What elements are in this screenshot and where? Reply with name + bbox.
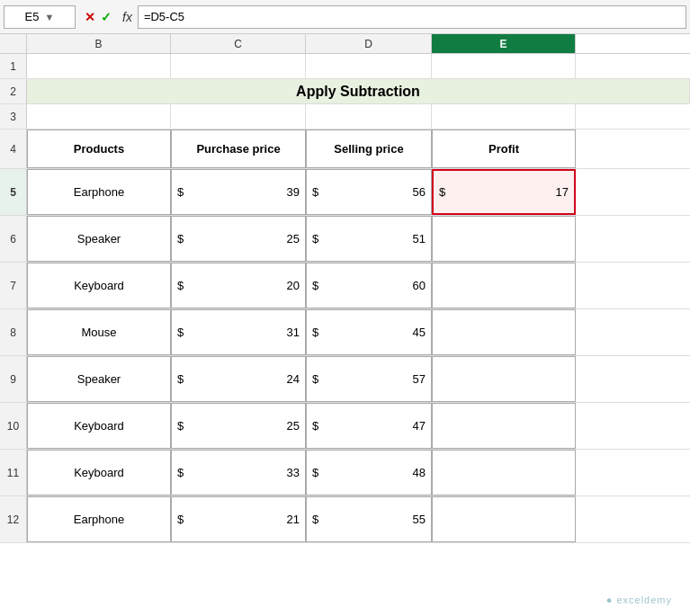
cell-b9[interactable]: Speaker [27, 356, 171, 402]
cell-c6[interactable]: $ 25 [171, 216, 306, 262]
cell-b1[interactable] [27, 54, 171, 78]
cell-d1[interactable] [306, 54, 432, 78]
cell-b6[interactable]: Speaker [27, 216, 171, 262]
row-num-9: 9 [0, 356, 27, 402]
cancel-icon[interactable]: ✕ [85, 10, 95, 24]
cell-e12[interactable] [432, 496, 576, 542]
formula-bar: E5 ▼ ✕ ✓ fx [0, 0, 690, 34]
cell-e1[interactable] [432, 54, 576, 78]
row-2: 2 Apply Subtraction [0, 79, 690, 104]
row-1: 1 [0, 54, 690, 79]
watermark-text: ● exceldemy [606, 594, 672, 605]
row-7: 7 Keyboard $ 20 $ 60 [0, 263, 690, 309]
row-num-6: 6 [0, 216, 27, 262]
col-header-e[interactable]: E [432, 34, 576, 53]
header-products[interactable]: Products [27, 129, 171, 168]
cell-e3[interactable] [432, 104, 576, 129]
cell-c8[interactable]: $ 31 [171, 309, 306, 355]
row-5: 5 Earphone $ 39 $ 56 $ 17 [0, 169, 690, 216]
row-num-1: 1 [0, 54, 27, 78]
fx-label: fx [117, 10, 138, 24]
cell-e10[interactable] [432, 403, 576, 449]
title-text: Apply Subtraction [296, 84, 420, 100]
spreadsheet: B C D E 1 2 Apply Subtraction 3 [0, 34, 690, 616]
cell-e5[interactable]: $ 17 [432, 169, 576, 215]
row-6: 6 Speaker $ 25 $ 51 [0, 216, 690, 263]
header-purchase-price[interactable]: Purchase price [171, 129, 306, 168]
row-num-4: 4 [0, 129, 27, 168]
row-9: 9 Speaker $ 24 $ 57 [0, 356, 690, 403]
col-header-d[interactable]: D [306, 34, 432, 53]
cell-b11[interactable]: Keyboard [27, 450, 171, 495]
cell-b7[interactable]: Keyboard [27, 263, 171, 308]
cell-c5[interactable]: $ 39 [171, 169, 306, 215]
cell-e8[interactable] [432, 309, 576, 355]
cell-d6[interactable]: $ 51 [306, 216, 432, 262]
cell-reference-value: E5 [25, 10, 40, 23]
row-num-12: 12 [0, 496, 27, 542]
header-profit[interactable]: Profit [432, 129, 576, 168]
rows-area: 1 2 Apply Subtraction 3 4 Products [0, 54, 690, 616]
cell-c10[interactable]: $ 25 [171, 403, 306, 449]
cell-d7[interactable]: $ 60 [306, 263, 432, 308]
cell-b12[interactable]: Earphone [27, 496, 171, 542]
cell-d10[interactable]: $ 47 [306, 403, 432, 449]
cell-e11[interactable] [432, 450, 576, 495]
col-header-b[interactable]: B [27, 34, 171, 53]
cell-b3[interactable] [27, 104, 171, 129]
row-num-11: 11 [0, 450, 27, 495]
cell-c12[interactable]: $ 21 [171, 496, 306, 542]
cell-d12[interactable]: $ 55 [306, 496, 432, 542]
cell-b10[interactable]: Keyboard [27, 403, 171, 449]
row-num-7: 7 [0, 263, 27, 308]
row-num-5: 5 [0, 169, 27, 215]
cell-c3[interactable] [171, 104, 306, 129]
watermark: ● exceldemy [606, 594, 672, 605]
confirm-icon[interactable]: ✓ [101, 10, 112, 24]
cell-reference-box[interactable]: E5 ▼ [4, 5, 76, 29]
row-num-10: 10 [0, 403, 27, 449]
cell-b8[interactable]: Mouse [27, 309, 171, 355]
cell-c11[interactable]: $ 33 [171, 450, 306, 495]
row-num-3: 3 [0, 104, 27, 129]
cell-d3[interactable] [306, 104, 432, 129]
header-selling-label: Selling price [334, 142, 403, 156]
cell-d11[interactable]: $ 48 [306, 450, 432, 495]
formula-input[interactable] [138, 5, 686, 29]
row-4-headers: 4 Products Purchase price Selling price … [0, 129, 690, 169]
row-num-8: 8 [0, 309, 27, 355]
header-products-label: Products [74, 142, 124, 156]
cell-e7[interactable] [432, 263, 576, 308]
header-profit-label: Profit [488, 142, 519, 156]
cell-d8[interactable]: $ 45 [306, 309, 432, 355]
cell-c9[interactable]: $ 24 [171, 356, 306, 402]
cell-e9[interactable] [432, 356, 576, 402]
col-header-c[interactable]: C [171, 34, 306, 53]
column-headers: B C D E [0, 34, 690, 54]
cell-d9[interactable]: $ 57 [306, 356, 432, 402]
row-8: 8 Mouse $ 31 $ 45 [0, 309, 690, 356]
corner-header [0, 34, 27, 53]
row-11: 11 Keyboard $ 33 $ 48 [0, 450, 690, 496]
row-12: 12 Earphone $ 21 $ 55 [0, 496, 690, 543]
cell-c7[interactable]: $ 20 [171, 263, 306, 308]
cell-e6[interactable] [432, 216, 576, 262]
header-selling-price[interactable]: Selling price [306, 129, 432, 168]
header-purchase-label: Purchase price [196, 142, 280, 156]
row-10: 10 Keyboard $ 25 $ 47 [0, 403, 690, 450]
cell-c1[interactable] [171, 54, 306, 78]
row-3: 3 [0, 104, 690, 129]
cell-b5[interactable]: Earphone [27, 169, 171, 215]
row-num-2: 2 [0, 79, 27, 103]
formula-icons: ✕ ✓ [79, 10, 117, 24]
data-rows-container: 5 Earphone $ 39 $ 56 $ 17 [0, 169, 690, 543]
title-cell: Apply Subtraction [27, 79, 690, 103]
cell-d5[interactable]: $ 56 [306, 169, 432, 215]
